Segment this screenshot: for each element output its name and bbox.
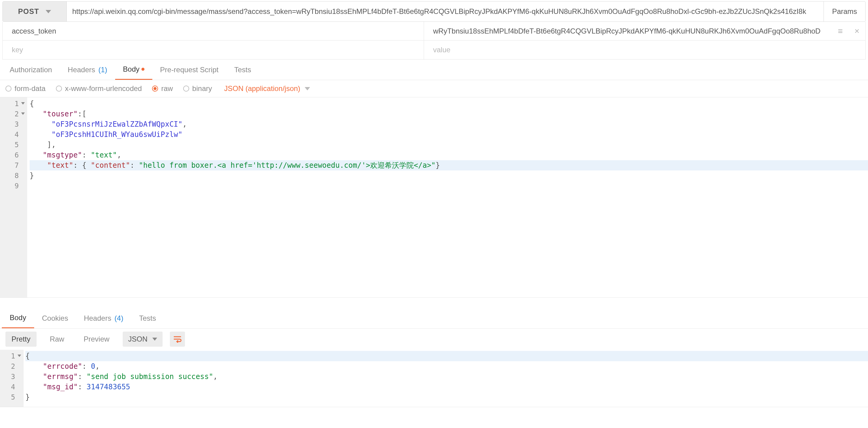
chevron-down-icon	[305, 87, 310, 90]
editor-gutter: 12345	[0, 350, 24, 407]
wrap-lines-icon	[173, 336, 182, 343]
param-row-empty: key value	[3, 40, 865, 59]
tab-headers[interactable]: Headers (1)	[60, 60, 115, 80]
editor-code-area[interactable]: { "errcode": 0, "errmsg": "send job subm…	[24, 350, 868, 407]
body-type-row: form-data x-www-form-urlencoded raw bina…	[0, 80, 868, 97]
tab-body-label: Body	[123, 65, 140, 73]
radio-urlencoded-label: x-www-form-urlencoded	[65, 84, 142, 93]
response-format-dropdown[interactable]: JSON	[123, 332, 163, 347]
radio-raw[interactable]: raw	[152, 84, 173, 93]
raw-content-type-dropdown[interactable]: JSON (application/json)	[224, 84, 310, 93]
radio-binary[interactable]: binary	[183, 84, 212, 93]
radio-icon	[5, 86, 11, 92]
request-tabs: Authorization Headers (1) Body Pre-reque…	[0, 60, 868, 80]
radio-icon	[56, 86, 62, 92]
http-method-dropdown[interactable]: POST	[3, 1, 67, 22]
tab-prerequest-script[interactable]: Pre-request Script	[152, 60, 226, 80]
raw-button[interactable]: Raw	[44, 332, 70, 347]
resp-tab-headers-label: Headers	[84, 314, 111, 323]
resp-tab-tests[interactable]: Tests	[131, 308, 164, 328]
editor-gutter: 123456789	[0, 97, 27, 298]
response-format-label: JSON	[128, 335, 148, 343]
radio-raw-label: raw	[161, 84, 173, 93]
chevron-down-icon	[152, 338, 157, 341]
param-key-placeholder[interactable]: key	[3, 40, 424, 59]
param-row: access_token wRyTbnsiu18ssEhMPLf4bDfeT-B…	[3, 22, 865, 40]
radio-form-data-label: form-data	[14, 84, 45, 93]
param-key-cell[interactable]: access_token	[3, 22, 424, 40]
param-value-cell[interactable]: wRyTbnsiu18ssEhMPLf4bDfeT-Bt6e6tgR4CQGVL…	[424, 22, 832, 40]
pretty-button[interactable]: Pretty	[5, 332, 37, 347]
http-method-label: POST	[18, 7, 39, 16]
modified-dot-icon	[142, 68, 145, 71]
response-toolbar: Pretty Raw Preview JSON	[0, 329, 868, 350]
params-button[interactable]: Params	[824, 1, 865, 22]
response-body-editor[interactable]: 12345 { "errcode": 0, "errmsg": "send jo…	[0, 350, 868, 407]
response-tabs: Body Cookies Headers (4) Tests	[0, 308, 868, 329]
request-url-bar: POST Params	[2, 1, 866, 22]
tab-tests[interactable]: Tests	[226, 60, 259, 80]
param-row-actions: ≡ ×	[832, 26, 865, 36]
query-params-table: access_token wRyTbnsiu18ssEhMPLf4bDfeT-B…	[2, 22, 866, 60]
preview-button[interactable]: Preview	[78, 332, 116, 347]
wrap-lines-button[interactable]	[170, 332, 185, 347]
radio-urlencoded[interactable]: x-www-form-urlencoded	[56, 84, 142, 93]
tab-body[interactable]: Body	[115, 60, 152, 80]
radio-icon	[183, 86, 189, 92]
editor-code-area[interactable]: { "touser":[ "oF3PcsnsrMiJzEwalZZbAfWQpx…	[27, 97, 868, 298]
tab-headers-label: Headers	[68, 66, 95, 74]
request-body-editor[interactable]: 123456789 { "touser":[ "oF3PcsnsrMiJzEwa…	[0, 97, 868, 298]
radio-icon	[152, 86, 158, 92]
param-value-placeholder[interactable]: value	[424, 40, 832, 59]
close-icon[interactable]: ×	[855, 26, 859, 36]
url-input[interactable]	[67, 1, 824, 22]
resp-tab-cookies[interactable]: Cookies	[34, 308, 76, 328]
resp-tab-body[interactable]: Body	[2, 308, 34, 328]
chevron-down-icon	[45, 10, 51, 13]
tab-headers-count: (1)	[98, 66, 107, 74]
tab-authorization[interactable]: Authorization	[2, 60, 60, 80]
equals-icon[interactable]: ≡	[838, 26, 843, 36]
resp-tab-headers-count: (4)	[115, 314, 123, 323]
radio-binary-label: binary	[192, 84, 212, 93]
raw-content-type-label: JSON (application/json)	[224, 84, 300, 93]
radio-form-data[interactable]: form-data	[5, 84, 45, 93]
resp-tab-headers[interactable]: Headers (4)	[76, 308, 131, 328]
